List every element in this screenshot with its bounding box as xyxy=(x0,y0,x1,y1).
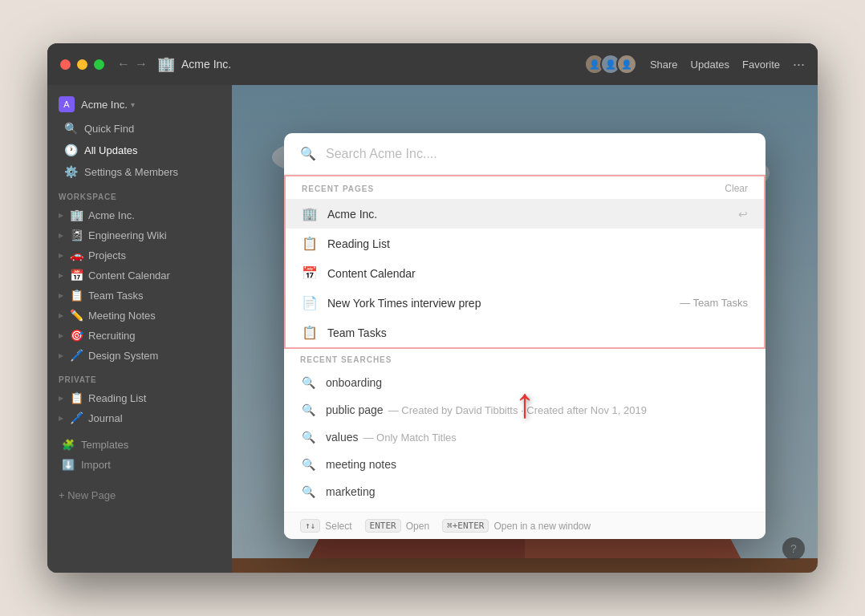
search-result-marketing[interactable]: 🔍 marketing xyxy=(284,478,766,505)
new-page-button[interactable]: + New Page xyxy=(47,484,232,506)
acme-label: Acme Inc. xyxy=(88,209,135,221)
search-result-onboarding[interactable]: 🔍 onboarding xyxy=(284,369,766,396)
search-result-icon: 🔍 xyxy=(300,458,316,471)
back-arrow-icon[interactable]: ← xyxy=(117,57,130,71)
recent-item-content-calendar[interactable]: 📅 Content Calendar xyxy=(286,258,764,288)
tree-arrow-icon: ▶ xyxy=(59,292,67,299)
design-system-icon: 🖊️ xyxy=(70,349,83,362)
workspace-chevron-icon: ▾ xyxy=(131,100,135,109)
close-button[interactable] xyxy=(60,59,71,70)
recent-item-nyt[interactable]: 📄 New York Times interview prep — Team T… xyxy=(286,288,764,318)
search-modal: 🔍 RECENT PAGES Clear 🏢 Acme Inc. xyxy=(284,133,766,539)
settings-label: Settings & Members xyxy=(84,166,178,178)
sidebar-item-quick-find[interactable]: 🔍 Quick Find xyxy=(52,118,227,139)
minimize-button[interactable] xyxy=(77,59,87,70)
projects-label: Projects xyxy=(88,249,126,261)
clock-icon: 🕐 xyxy=(63,144,78,156)
recruiting-icon: 🎯 xyxy=(70,329,83,342)
team-tasks-label: Team Tasks xyxy=(88,290,143,302)
acme-page-title: Acme Inc. xyxy=(327,208,738,221)
modal-overlay: 🔍 RECENT PAGES Clear 🏢 Acme Inc. xyxy=(232,85,818,573)
footer-open-window-hint: ⌘+ENTER Open in a new window xyxy=(442,519,591,533)
sidebar-item-settings[interactable]: ⚙️ Settings & Members xyxy=(52,161,227,182)
workspace-header[interactable]: A Acme Inc. ▾ xyxy=(47,91,232,117)
reading-list-page-icon: 📋 xyxy=(302,236,318,251)
design-system-label: Design System xyxy=(88,350,158,362)
recruiting-label: Recruiting xyxy=(88,330,136,342)
sidebar-item-all-updates[interactable]: 🕐 All Updates xyxy=(52,140,227,160)
meeting-notes-label: Meeting Notes xyxy=(88,310,156,322)
avatar-group: 👤 👤 👤 xyxy=(584,54,637,75)
sidebar-item-recruiting[interactable]: ▶ 🎯 Recruiting xyxy=(51,326,229,345)
templates-label: Templates xyxy=(81,439,128,451)
sidebar-item-meeting-notes[interactable]: ▶ ✏️ Meeting Notes xyxy=(51,306,229,325)
tree-arrow-icon: ▶ xyxy=(59,395,67,402)
tree-arrow-icon: ▶ xyxy=(59,415,67,422)
return-icon: ↩ xyxy=(738,208,748,221)
search-result-text: public page xyxy=(326,403,384,416)
sidebar-item-design-system[interactable]: ▶ 🖊️ Design System xyxy=(51,346,229,365)
team-tasks-page-title: Team Tasks xyxy=(327,326,748,339)
quick-find-label: Quick Find xyxy=(84,123,134,135)
main-area: A Acme Inc. ▾ 🔍 Quick Find 🕐 All Updates… xyxy=(47,85,818,573)
import-icon: ⬇️ xyxy=(62,459,75,471)
cmd-enter-key: ⌘+ENTER xyxy=(442,519,489,533)
recent-item-reading-list[interactable]: 📋 Reading List xyxy=(286,229,764,258)
templates-button[interactable]: 🧩 Templates xyxy=(59,435,221,455)
maximize-button[interactable] xyxy=(94,59,104,70)
nyt-page-parent: — Team Tasks xyxy=(680,297,748,309)
updates-button[interactable]: Updates xyxy=(691,59,729,71)
new-page-label: + New Page xyxy=(59,489,116,501)
team-tasks-icon: 📋 xyxy=(70,289,83,302)
search-result-meeting-notes[interactable]: 🔍 meeting notes xyxy=(284,451,766,478)
footer-open-hint: ENTER Open xyxy=(365,519,429,533)
clear-button[interactable]: Clear xyxy=(725,183,748,194)
sidebar-item-content-calendar[interactable]: ▶ 📅 Content Calendar xyxy=(51,265,229,285)
enter-key: ENTER xyxy=(365,519,401,533)
traffic-lights xyxy=(60,59,104,70)
sidebar-item-engineering-wiki[interactable]: ▶ 📓 Engineering Wiki xyxy=(51,225,229,245)
more-options-button[interactable]: ··· xyxy=(793,56,805,73)
recent-item-acme[interactable]: 🏢 Acme Inc. ↩ xyxy=(286,199,764,229)
footer-select-hint: ↑↓ Select xyxy=(300,519,352,533)
acme-page-icon: 🏢 xyxy=(302,206,318,221)
search-result-icon: 🔍 xyxy=(300,376,316,389)
nyt-page-title: New York Times interview prep xyxy=(327,297,675,310)
favorite-button[interactable]: Favorite xyxy=(742,59,780,71)
sidebar-item-reading-list[interactable]: ▶ 📋 Reading List xyxy=(51,388,229,407)
search-icon: 🔍 xyxy=(300,146,316,161)
sidebar-item-acme[interactable]: ▶ 🏢 Acme Inc. xyxy=(51,205,229,225)
open-window-label: Open in a new window xyxy=(493,521,591,532)
select-label: Select xyxy=(325,521,351,532)
open-label: Open xyxy=(406,521,429,532)
import-button[interactable]: ⬇️ Import xyxy=(59,455,221,475)
titlebar-actions: 👤 👤 👤 Share Updates Favorite ··· xyxy=(584,54,805,75)
share-button[interactable]: Share xyxy=(650,59,678,71)
eng-wiki-label: Engineering Wiki xyxy=(88,229,167,241)
page-title: Acme Inc. xyxy=(181,58,584,71)
recent-pages-label: RECENT PAGES xyxy=(302,184,374,193)
recent-searches-label: RECENT SEARCHES xyxy=(300,355,392,364)
eng-wiki-icon: 📓 xyxy=(70,229,83,241)
recent-item-team-tasks[interactable]: 📋 Team Tasks xyxy=(286,318,764,347)
nav-arrows: ← → xyxy=(117,57,148,71)
sidebar-item-projects[interactable]: ▶ 🚗 Projects xyxy=(51,245,229,265)
search-icon: 🔍 xyxy=(63,122,78,135)
search-result-text: onboarding xyxy=(326,376,382,389)
arrow-keys-icon: ↑↓ xyxy=(300,519,320,533)
recent-pages-section: RECENT PAGES Clear 🏢 Acme Inc. ↩ 📋 R xyxy=(284,175,766,349)
tree-arrow-icon: ▶ xyxy=(59,252,67,259)
recent-searches-section: RECENT SEARCHES 🔍 onboarding 🔍 public pa… xyxy=(284,349,766,512)
search-result-public-page[interactable]: 🔍 public page — Created by David Tibbitt… xyxy=(284,396,766,424)
titlebar: ← → 🏢 Acme Inc. 👤 👤 👤 Share Updates Favo… xyxy=(47,43,818,85)
search-footer: ↑↓ Select ENTER Open ⌘+ENTER Open in a n… xyxy=(284,512,766,539)
search-result-values[interactable]: 🔍 values — Only Match Titles xyxy=(284,424,766,451)
sidebar-item-team-tasks[interactable]: ▶ 📋 Team Tasks xyxy=(51,286,229,305)
search-input[interactable] xyxy=(326,147,749,161)
forward-arrow-icon[interactable]: → xyxy=(135,57,148,71)
tree-arrow-icon: ▶ xyxy=(59,272,67,279)
templates-icon: 🧩 xyxy=(62,439,75,451)
sidebar-item-journal[interactable]: ▶ 🖊️ Journal xyxy=(51,408,229,428)
team-tasks-page-icon: 📋 xyxy=(302,325,318,340)
tree-arrow-icon: ▶ xyxy=(59,312,67,319)
